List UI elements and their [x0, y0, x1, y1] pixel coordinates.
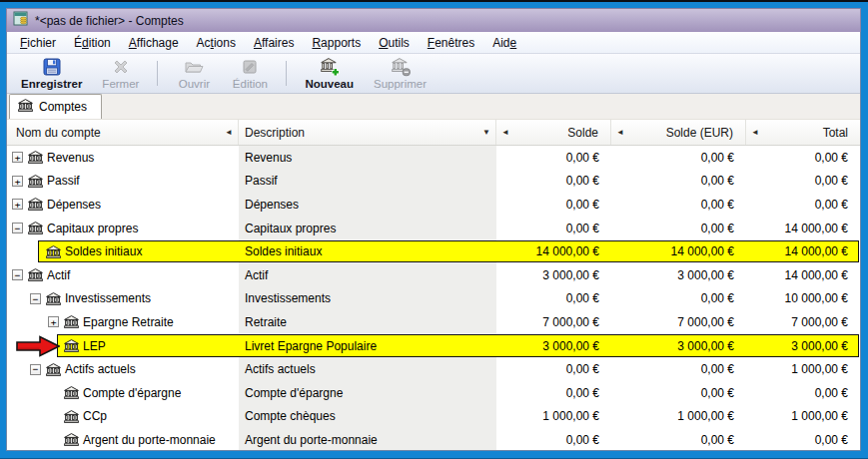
- expand-expander-icon[interactable]: +: [12, 152, 23, 163]
- account-row-soldes-initiaux[interactable]: Soldes initiauxSoldes initiaux14 000,00 …: [7, 239, 860, 263]
- column-header-solde[interactable]: ◄ Solde: [496, 120, 611, 145]
- menu-affichage[interactable]: Affichage: [120, 33, 188, 53]
- tree-indent: [7, 251, 30, 252]
- tab-label: Comptes: [39, 100, 87, 114]
- column-header-description[interactable]: Description ▼: [239, 120, 496, 145]
- column-header-account-name[interactable]: Nom du compte ◄: [7, 120, 239, 145]
- menu-actions[interactable]: Actions: [188, 33, 245, 53]
- account-name: CCp: [83, 409, 107, 423]
- account-description-cell: Capitaux propres: [239, 217, 496, 240]
- toolbar-button-fermer: Fermer: [92, 56, 149, 91]
- menu-rapports[interactable]: Rapports: [303, 33, 370, 53]
- expand-expander-icon[interactable]: +: [12, 176, 23, 187]
- collapse-expander-icon[interactable]: −: [30, 364, 41, 375]
- account-description-cell: Dépenses: [239, 193, 496, 217]
- total-cell: 0,00 €: [746, 193, 860, 217]
- toolbar-button-supprimer: Supprimer: [364, 56, 436, 91]
- account-row-lep[interactable]: LEPLivret Epargne Populaire3 000,00 €3 0…: [7, 334, 860, 358]
- toolbar-button-label: Supprimer: [374, 78, 427, 90]
- account-description-cell: Retraite: [239, 310, 496, 334]
- account-name-cell: Compte d'épargne: [7, 381, 239, 405]
- toolbar-button-ouvrir: Ouvrir: [166, 56, 222, 91]
- sort-arrow-icon[interactable]: ◄: [616, 128, 624, 137]
- account-description-cell: Investissements: [239, 287, 496, 311]
- total-cell: 14 000,00 €: [746, 217, 860, 240]
- account-row-passif[interactable]: + PassifPassif0,00 €0,00 €0,00 €: [7, 170, 860, 194]
- sort-arrow-icon[interactable]: ◄: [751, 128, 759, 137]
- tab-bar: Comptes: [7, 94, 860, 120]
- account-name: Argent du porte-monnaie: [83, 433, 216, 447]
- menu-edition[interactable]: Édition: [65, 33, 120, 53]
- accounts-tree: + RevenusRevenus0,00 €0,00 €0,00 €+ Pass…: [7, 146, 860, 450]
- solde-cell: 0,00 €: [496, 287, 611, 311]
- toolbar-button-label: Fermer: [102, 78, 139, 90]
- sort-arrow-icon[interactable]: ◄: [225, 128, 233, 137]
- account-name: LEP: [83, 339, 106, 353]
- tree-indent: [7, 416, 48, 417]
- solde-cell: 14 000,00 €: [496, 239, 611, 263]
- account-row-investissements[interactable]: − InvestissementsInvestissements0,00 €0,…: [7, 287, 860, 311]
- account-row-actifs-actuels[interactable]: − Actifs actuelsActifs actuels0,00 €0,00…: [7, 357, 860, 381]
- toolbar-button-edition: Édition: [222, 56, 278, 91]
- menu-outils[interactable]: Outils: [370, 33, 419, 53]
- account-name-cell: − Investissements: [7, 287, 239, 311]
- account-name: Actifs actuels: [65, 362, 136, 376]
- account-row-depenses[interactable]: + DépensesDépenses0,00 €0,00 €0,00 €: [7, 193, 860, 217]
- bank-icon: [46, 292, 61, 305]
- column-header-total[interactable]: ◄ Total: [746, 120, 860, 145]
- account-row-capitaux-propres[interactable]: − Capitaux propresCapitaux propres0,00 €…: [7, 217, 860, 240]
- expand-expander-icon[interactable]: +: [12, 199, 23, 210]
- column-label: Solde (EUR): [666, 126, 733, 140]
- solde-eur-cell: 0,00 €: [611, 146, 746, 170]
- account-name-cell: − Actifs actuels: [7, 357, 239, 381]
- solde-cell: 0,00 €: [496, 357, 611, 381]
- account-name-cell: + Dépenses: [7, 193, 239, 217]
- total-cell: 1 000,00 €: [746, 405, 860, 429]
- account-row-epargne-retraite[interactable]: + Epargne RetraiteRetraite7 000,00 €7 00…: [7, 310, 860, 334]
- account-name: Epargne Retraite: [83, 315, 174, 329]
- toolbar-button-enregistrer[interactable]: Enregistrer: [11, 56, 92, 91]
- column-header-solde-eur[interactable]: ◄ Solde (EUR): [611, 120, 746, 145]
- account-row-argent-du-porte-monnaie[interactable]: Argent du porte-monnaieArgent du porte-m…: [7, 428, 860, 450]
- column-options-dropdown-icon[interactable]: ▼: [482, 128, 490, 137]
- toolbar-button-label: Édition: [233, 78, 268, 90]
- new-account-icon: [320, 57, 340, 77]
- menu-affaires[interactable]: Affaires: [245, 33, 303, 53]
- total-cell: 14 000,00 €: [746, 239, 860, 263]
- collapse-expander-icon[interactable]: −: [30, 293, 41, 304]
- menu-fichier[interactable]: Fichier: [11, 33, 65, 53]
- collapse-expander-icon[interactable]: −: [12, 223, 23, 233]
- account-row-compte-d-epargne[interactable]: Compte d'épargneCompte d'épargne0,00 €0,…: [7, 381, 860, 405]
- menu-aide[interactable]: Aide: [483, 33, 525, 53]
- expander-slot: −: [30, 293, 45, 304]
- bank-icon: [28, 175, 43, 188]
- account-name: Revenus: [47, 151, 94, 165]
- expand-expander-icon[interactable]: +: [48, 316, 59, 327]
- menu-bar: FichierÉditionAffichageActionsAffairesRa…: [7, 32, 860, 54]
- bank-icon: [28, 222, 43, 234]
- toolbar-button-label: Enregistrer: [21, 78, 82, 90]
- account-row-ccp[interactable]: CCpCompte chèques1 000,00 €1 000,00 €1 0…: [7, 405, 860, 429]
- expander-slot: +: [48, 316, 63, 327]
- total-cell: 0,00 €: [746, 381, 860, 405]
- account-name-cell: CCp: [7, 405, 239, 429]
- tab-comptes[interactable]: Comptes: [9, 94, 102, 119]
- account-row-revenus[interactable]: + RevenusRevenus0,00 €0,00 €0,00 €: [7, 146, 860, 170]
- sort-arrow-icon[interactable]: ◄: [501, 128, 509, 137]
- solde-eur-cell: 1 000,00 €: [611, 405, 746, 429]
- total-cell: 1 000,00 €: [746, 357, 860, 381]
- account-description-cell: Livret Epargne Populaire: [239, 334, 496, 358]
- total-cell: 0,00 €: [746, 428, 860, 450]
- account-description-cell: Actif: [239, 263, 496, 287]
- account-row-actif[interactable]: − ActifActif3 000,00 €3 000,00 €14 000,0…: [7, 263, 860, 287]
- red-arrow-annotation: [16, 335, 60, 357]
- account-name: Soldes initiaux: [65, 244, 142, 258]
- total-cell: 14 000,00 €: [746, 263, 860, 287]
- bank-icon: [64, 315, 79, 328]
- solde-eur-cell: 0,00 €: [611, 193, 746, 217]
- collapse-expander-icon[interactable]: −: [12, 269, 23, 280]
- toolbar-button-nouveau[interactable]: Nouveau: [295, 56, 364, 91]
- account-name-cell: + Passif: [7, 170, 239, 194]
- account-name-cell: Argent du porte-monnaie: [7, 428, 239, 450]
- menu-fenetres[interactable]: Fenêtres: [419, 33, 483, 53]
